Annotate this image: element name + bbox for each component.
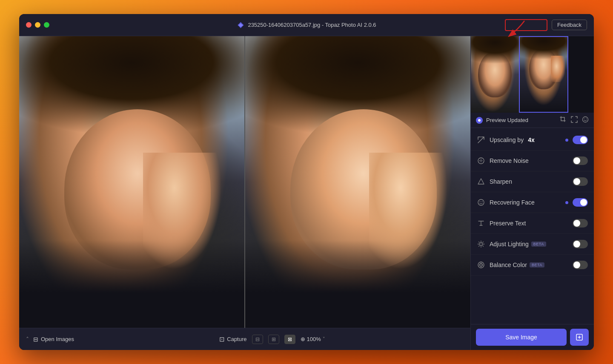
traffic-lights (26, 22, 49, 28)
upscale-icon (477, 136, 485, 144)
feature-upscaling: Upscaling by 4x (471, 130, 594, 151)
after-image (245, 36, 470, 328)
fullscreen-icon-button[interactable] (571, 116, 578, 124)
bottom-bar: ˄ ⊟ Open Images ⊡ Capture ⊟ ⊞ ⊠ (19, 328, 470, 350)
feature-balance-color: Balance Color BETA (471, 255, 594, 276)
zoom-display: ⊕ 100% ˅ (301, 336, 325, 342)
color-icon (477, 261, 485, 269)
recovering-face-toggle[interactable] (573, 198, 588, 207)
preview-status: Preview Updated (471, 113, 594, 128)
balance-color-toggle[interactable] (573, 261, 588, 269)
bottom-left: ˄ ⊟ Open Images (26, 336, 74, 343)
capture-icon: ⊡ (219, 336, 225, 343)
preview-actions (560, 116, 589, 124)
remove-noise-toggle[interactable] (573, 156, 588, 165)
before-image (19, 36, 245, 328)
save-image-button[interactable]: Save Image (476, 329, 567, 346)
sharpen-icon (477, 177, 485, 186)
open-images-icon: ⊟ (33, 336, 38, 343)
save-extra-button[interactable] (570, 329, 589, 346)
main-content: ˄ ⊟ Open Images ⊡ Capture ⊟ ⊞ ⊠ (19, 36, 594, 350)
feature-adjust-lighting: Adjust Lighting BETA (471, 234, 594, 255)
svg-point-3 (586, 119, 587, 119)
preserve-text-toggle[interactable] (573, 219, 588, 228)
window-title: 235250-16406203705a57.jpg - Topaz Photo … (248, 22, 376, 28)
noise-icon (477, 156, 485, 165)
view-single-button[interactable]: ⊟ (252, 335, 263, 344)
open-images-button[interactable]: ⊟ Open Images (33, 336, 74, 343)
feature-preserve-text: Preserve Text (471, 213, 594, 234)
svg-point-8 (480, 243, 483, 246)
bottom-center: ⊡ Capture ⊟ ⊞ ⊠ ⊕ 100% ˅ (81, 335, 464, 344)
minimize-button[interactable] (35, 22, 40, 28)
thumb-photo-1 (471, 36, 519, 113)
face-icon (477, 198, 485, 207)
upscaling-label: Upscaling by 4x (490, 136, 561, 143)
remove-noise-label: Remove Noise (490, 157, 568, 164)
app-icon (237, 21, 244, 29)
preview-label: Preview Updated (486, 117, 556, 123)
canvas-area: ˄ ⊟ Open Images ⊡ Capture ⊟ ⊞ ⊠ (19, 36, 470, 350)
capture-label: Capture (227, 336, 246, 342)
recovering-face-label: Recovering Face (490, 199, 561, 206)
adjust-lighting-toggle[interactable] (573, 240, 588, 248)
lighting-icon (477, 240, 485, 248)
save-area: Save Image (471, 324, 594, 350)
zoom-expand[interactable]: ˅ (323, 336, 325, 342)
close-button[interactable] (26, 22, 32, 28)
text-icon (477, 219, 485, 228)
app-window: 235250-16406203705a57.jpg - Topaz Photo … (19, 14, 594, 350)
after-portrait (245, 36, 470, 328)
feature-sharpen: Sharpen (471, 171, 594, 192)
title-center: 235250-16406203705a57.jpg - Topaz Photo … (237, 21, 376, 29)
svg-point-6 (480, 202, 481, 202)
svg-point-2 (584, 119, 585, 119)
crop-icon-button[interactable] (560, 116, 567, 124)
right-panel: Preview Updated (470, 36, 594, 350)
before-portrait (19, 36, 244, 328)
feature-remove-noise: Remove Noise (471, 151, 594, 171)
feature-list: Upscaling by 4x (471, 128, 594, 324)
expand-chevron[interactable]: ˄ (26, 336, 29, 343)
capture-button[interactable]: ⊡ Capture (219, 336, 246, 343)
svg-point-1 (583, 117, 588, 122)
feature-recovering-face: Recovering Face (471, 192, 594, 213)
thumb-photo-2 (520, 37, 568, 112)
color-beta-badge: BETA (530, 262, 544, 267)
upscaling-value: 4x (528, 136, 535, 143)
view-split-button[interactable]: ⊞ (268, 335, 279, 344)
zoom-value: 100% (307, 336, 321, 342)
sharpen-toggle[interactable] (573, 177, 588, 186)
recovering-face-active-dot (565, 201, 568, 204)
balance-color-label: Balance Color BETA (490, 262, 568, 268)
adjust-lighting-label: Adjust Lighting BETA (490, 241, 568, 247)
upscaling-toggle[interactable] (573, 136, 588, 144)
upscaling-active-dot (565, 139, 568, 142)
image-container (19, 36, 470, 328)
preview-dot (476, 117, 483, 124)
thumbnail-3[interactable] (568, 36, 594, 113)
svg-point-5 (478, 199, 484, 205)
view-compare-button[interactable]: ⊠ (284, 335, 295, 344)
zoom-icon: ⊕ (301, 336, 305, 342)
open-images-label: Open Images (41, 336, 74, 342)
sharpen-label: Sharpen (490, 178, 568, 185)
svg-point-7 (482, 202, 483, 202)
thumbnail-strip (471, 36, 594, 113)
thumbnail-1[interactable] (471, 36, 519, 113)
thumbnail-2[interactable] (519, 36, 569, 113)
lighting-beta-badge: BETA (531, 242, 546, 247)
preserve-text-label: Preserve Text (490, 220, 568, 227)
smiley-icon-button[interactable] (582, 116, 589, 124)
maximize-button[interactable] (44, 22, 49, 28)
feedback-button[interactable]: Feedback (552, 20, 587, 30)
